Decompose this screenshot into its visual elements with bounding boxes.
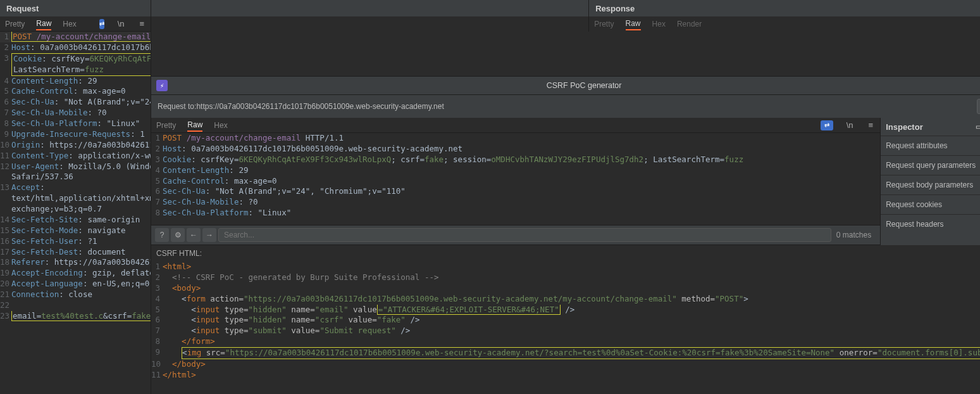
req-path: /my-account/change-email	[32, 32, 151, 41]
csrf-html-code[interactable]: 1<html> 2 <!-- CSRF PoC - generated by B…	[151, 262, 980, 394]
request-tabs: Pretty Raw Hex ⇄ \n ≡	[0, 16, 151, 32]
gear-icon[interactable]: ⚙	[171, 228, 185, 242]
request-header: Request	[0, 0, 151, 16]
next-icon[interactable]: →	[202, 228, 216, 242]
tab-hex[interactable]: Hex	[63, 18, 76, 30]
inspector-panel: Inspector ▭ ▮ ⤢ ÷ ⚙ Request attributes2⌄…	[880, 118, 980, 245]
request-to-row: Request to: https://0a7a003b0426117dc101…	[151, 95, 980, 118]
csrf-html-label: CSRF HTML:	[151, 245, 980, 262]
resp-tab-pretty[interactable]: Pretty	[594, 18, 614, 30]
help-icon[interactable]: ?	[155, 228, 169, 242]
csrf-tab-raw[interactable]: Raw	[187, 119, 202, 132]
insp-query[interactable]: Request query parameters0⌄	[881, 155, 980, 175]
wrap-icon[interactable]: ⇄	[99, 19, 104, 29]
request-code[interactable]: 1POST /my-account/change-email HTTP/1.1 …	[0, 32, 151, 394]
csrf-request-code[interactable]: 1POST /my-account/change-email HTTP/1.1 …	[151, 133, 880, 225]
csrf-titlebar: ⚡ CSRF PoC generator	[151, 76, 980, 95]
request-to-label: Request to:	[158, 102, 196, 111]
bolt-icon: ⚡	[156, 80, 168, 91]
resp-tab-render[interactable]: Render	[677, 18, 702, 30]
csrf-title: CSRF PoC generator	[168, 81, 980, 90]
tab-pretty[interactable]: Pretty	[5, 18, 25, 30]
match-count: 0 matches	[831, 231, 876, 239]
hamburger-icon[interactable]: ≡	[138, 19, 147, 29]
csrf-tab-hex[interactable]: Hex	[214, 120, 227, 131]
layout-icon-1[interactable]: ▭	[976, 122, 980, 131]
wrap-icon-2[interactable]: ⇄	[821, 120, 833, 130]
response-tabs: Pretty Raw Hex Render	[589, 16, 980, 32]
options-button[interactable]: Options	[977, 99, 980, 114]
response-header: Response	[589, 0, 980, 16]
h-host: Host	[11, 42, 30, 52]
search-row: ? ⚙ ← → 0 matches	[151, 225, 880, 245]
resp-tab-raw[interactable]: Raw	[626, 18, 641, 30]
csrf-tabs: Pretty Raw Hex ⇄ \n ≡	[151, 118, 880, 133]
inspector-title: Inspector	[886, 122, 923, 132]
hamburger-icon-2[interactable]: ≡	[867, 120, 876, 130]
h-cl: Content-Length	[11, 76, 78, 86]
req-method: POST	[13, 32, 32, 41]
insp-attrs[interactable]: Request attributes2⌄	[881, 136, 980, 155]
request-to-url: https://0a7a003b0426117dc1017b6b0051009e…	[196, 102, 443, 111]
h-cookie: Cookie	[13, 54, 42, 63]
insp-body[interactable]: Request body parameters2⌄	[881, 175, 980, 194]
tab-raw[interactable]: Raw	[36, 18, 51, 30]
prev-icon[interactable]: ←	[187, 228, 201, 242]
csrf-tab-pretty[interactable]: Pretty	[156, 120, 176, 131]
newline-icon[interactable]: \n	[116, 19, 127, 29]
insp-headers[interactable]: Request headers20⌄	[881, 214, 980, 234]
search-input[interactable]	[218, 228, 831, 242]
newline-icon-2[interactable]: \n	[845, 120, 855, 130]
h-host-v: : 0a7a003b0426117dc1017b6b0051009e.web-s…	[30, 42, 151, 52]
resp-tab-hex[interactable]: Hex	[652, 18, 666, 30]
insp-cookies[interactable]: Request cookies4⌄	[881, 194, 980, 214]
